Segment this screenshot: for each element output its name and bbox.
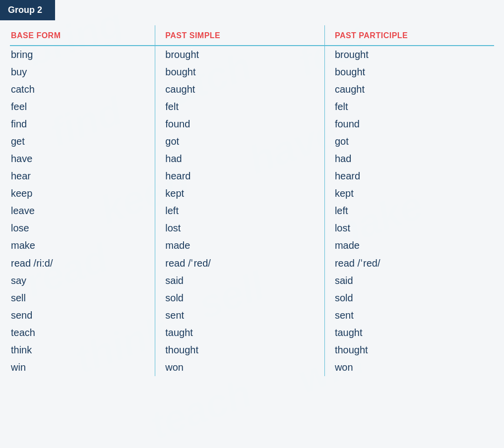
table-row: keepkeptkept [10,185,494,202]
cell-base-form: leave [10,202,155,220]
table-row: buyboughtbought [10,63,494,81]
cell-past-simple: said [155,272,325,289]
verb-table-container: BASE FORM PAST SIMPLE PAST PARTICIPLE br… [0,20,504,386]
table-row: saysaidsaid [10,272,494,289]
cell-past-simple: brought [155,46,325,63]
cell-past-simple: heard [155,168,325,185]
cell-past-simple: sold [155,289,325,307]
cell-base-form: keep [10,185,155,202]
group-header: Group 2 [0,0,55,20]
cell-past-simple: kept [155,185,325,202]
table-row: winwonwon [10,359,494,376]
group-title: Group 2 [8,5,42,15]
cell-past-participle: sent [324,307,494,324]
cell-base-form: sell [10,289,155,307]
cell-past-simple: lost [155,220,325,237]
cell-base-form: win [10,359,155,376]
cell-base-form: think [10,341,155,359]
cell-base-form: hear [10,168,155,185]
cell-past-participle: felt [324,98,494,115]
cell-past-simple: thought [155,341,325,359]
table-row: findfoundfound [10,115,494,133]
cell-past-participle: caught [324,81,494,98]
cell-past-participle: sold [324,289,494,307]
cell-past-simple: left [155,202,325,220]
cell-past-participle: left [324,202,494,220]
cell-past-simple: had [155,150,325,168]
cell-past-participle: thought [324,341,494,359]
cell-base-form: bring [10,46,155,63]
cell-past-participle: kept [324,185,494,202]
table-row: leaveleftleft [10,202,494,220]
cell-past-participle: heard [324,168,494,185]
cell-base-form: feel [10,98,155,115]
verb-table: BASE FORM PAST SIMPLE PAST PARTICIPLE br… [10,25,494,376]
table-row: getgotgot [10,133,494,150]
col-header-past-participle: PAST PARTICIPLE [324,25,494,46]
table-row: sendsentsent [10,307,494,324]
col-header-base: BASE FORM [10,25,155,46]
cell-base-form: catch [10,81,155,98]
cell-past-simple: caught [155,81,325,98]
cell-base-form: find [10,115,155,133]
col-header-past-simple: PAST SIMPLE [155,25,325,46]
cell-past-participle: made [324,237,494,254]
table-row: thinkthoughtthought [10,341,494,359]
cell-past-participle: lost [324,220,494,237]
cell-past-simple: got [155,133,325,150]
cell-base-form: lose [10,220,155,237]
cell-past-participle: got [324,133,494,150]
table-row: makemademade [10,237,494,254]
cell-past-participle: said [324,272,494,289]
table-row: loselostlost [10,220,494,237]
table-row: bringbroughtbrought [10,46,494,63]
cell-past-simple: felt [155,98,325,115]
table-row: sellsoldsold [10,289,494,307]
table-row: havehadhad [10,150,494,168]
cell-past-simple: taught [155,324,325,341]
cell-past-participle: brought [324,46,494,63]
table-row: read /ri:d/read /ˈred/read /ˈred/ [10,254,494,272]
cell-past-simple: bought [155,63,325,81]
table-row: catchcaughtcaught [10,81,494,98]
cell-base-form: send [10,307,155,324]
cell-base-form: get [10,133,155,150]
cell-past-simple: won [155,359,325,376]
cell-past-participle: found [324,115,494,133]
cell-past-simple: sent [155,307,325,324]
cell-past-participle: won [324,359,494,376]
cell-base-form: teach [10,324,155,341]
cell-base-form: buy [10,63,155,81]
table-row: hearheardheard [10,168,494,185]
cell-past-participle: taught [324,324,494,341]
cell-base-form: make [10,237,155,254]
cell-past-simple: read /ˈred/ [155,254,325,272]
cell-base-form: read /ri:d/ [10,254,155,272]
table-row: feelfeltfelt [10,98,494,115]
table-row: teachtaughttaught [10,324,494,341]
cell-past-simple: found [155,115,325,133]
cell-base-form: say [10,272,155,289]
cell-past-participle: bought [324,63,494,81]
cell-past-participle: read /ˈred/ [324,254,494,272]
cell-past-participle: had [324,150,494,168]
cell-past-simple: made [155,237,325,254]
cell-base-form: have [10,150,155,168]
